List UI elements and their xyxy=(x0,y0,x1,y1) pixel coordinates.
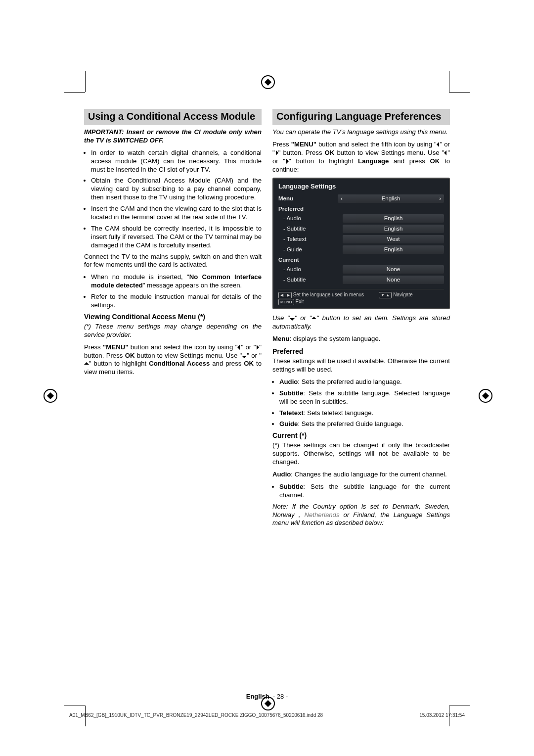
list-item: Guide: Sets the preferred Guide language… xyxy=(279,420,450,428)
cam-steps-list: In order to watch certain digital channe… xyxy=(84,149,262,250)
osd-row-label: - Audio xyxy=(278,215,343,221)
lang-use-arrows: Use "" or "" button to set an item. Sett… xyxy=(272,314,450,331)
registration-mark-right xyxy=(479,389,492,403)
cam-press-instructions: Press "MENU" button and select the icon … xyxy=(84,343,262,377)
osd-row-value: West xyxy=(343,235,444,243)
lang-intro: You can operate the TV's language settin… xyxy=(272,128,450,137)
list-item: In order to watch certain digital channe… xyxy=(91,149,262,174)
list-item: Subtitle: Sets the subtitle language. Se… xyxy=(279,389,450,406)
crop-mark xyxy=(449,71,449,92)
osd-row-label: - Teletext xyxy=(278,236,343,242)
down-arrow-icon xyxy=(290,318,295,321)
osd-foot-left: ◀ I ▶Set the language used in menus MENU… xyxy=(278,291,364,305)
country-note: Note: If the Country option is set to De… xyxy=(272,503,450,528)
registration-mark-top xyxy=(261,75,275,89)
osd-row-label: - Guide xyxy=(278,246,343,252)
list-item: Insert the CAM and then the viewing card… xyxy=(91,205,262,222)
key-nav-icon: ▼ ▲ xyxy=(379,292,392,298)
osd-row-value: English xyxy=(343,214,444,223)
osd-value-menu: ‹ English › xyxy=(338,194,444,203)
osd-row-label: - Audio xyxy=(278,266,343,272)
list-item: Subtitle: Sets the subtitle language for… xyxy=(279,483,450,500)
osd-section-current: Current xyxy=(278,257,444,263)
current-audio: Audio: Changes the audio language for th… xyxy=(272,471,450,479)
cam-important: IMPORTANT: Insert or remove the CI modul… xyxy=(84,128,262,145)
key-arrows-icon: ◀ I ▶ xyxy=(278,292,292,298)
cam-provider-note: (*) These menu settings may change depen… xyxy=(84,323,262,339)
heading-cam: Using a Conditional Access Module xyxy=(84,109,262,125)
column-left: Using a Conditional Access Module IMPORT… xyxy=(84,109,262,531)
list-item: When no module is inserted, "No Common I… xyxy=(91,273,262,290)
subhead-current: Current (*) xyxy=(272,431,450,439)
osd-row-value: English xyxy=(343,245,444,254)
heading-language: Configuring Language Preferences xyxy=(272,109,450,125)
osd-row-label: - Subtitle xyxy=(278,226,343,232)
osd-row-value: None xyxy=(343,276,444,284)
page-footer: English - 28 - xyxy=(0,693,534,700)
cam-notes-list: When no module is inserted, "No Common I… xyxy=(84,273,262,310)
list-item: Refer to the module instruction manual f… xyxy=(91,293,262,310)
osd-foot-right: ▼ ▲Navigate xyxy=(379,291,413,298)
registration-mark-left xyxy=(44,389,57,403)
list-item: The CAM should be correctly inserted, it… xyxy=(91,225,262,250)
print-metadata: A01_MB62_[GB]_1910UK_IDTV_TC_PVR_BRONZE1… xyxy=(69,712,465,718)
subhead-preferred: Preferred xyxy=(272,347,450,355)
osd-row-value: None xyxy=(343,265,444,274)
crop-mark xyxy=(85,71,86,92)
current-note: (*) These settings can be changed if onl… xyxy=(272,441,450,467)
left-arrow-icon xyxy=(444,150,446,155)
subhead-viewing-cam: Viewing Conditional Access Menu (*) xyxy=(84,313,262,321)
meta-filename: A01_MB62_[GB]_1910UK_IDTV_TC_PVR_BRONZE1… xyxy=(69,712,323,718)
up-arrow-icon xyxy=(84,362,89,365)
osd-row-label: - Subtitle xyxy=(278,277,343,283)
crop-mark xyxy=(64,706,85,706)
left-arrow-icon xyxy=(437,142,439,147)
crop-mark xyxy=(64,92,85,93)
current-list: Subtitle: Sets the subtitle language for… xyxy=(272,483,450,500)
up-arrow-icon xyxy=(312,317,316,319)
key-menu-icon: MENU xyxy=(278,299,294,305)
osd-section-preferred: Preferred xyxy=(278,206,444,212)
cam-connect: Connect the TV to the mains supply, swit… xyxy=(84,253,262,270)
column-right: Configuring Language Preferences You can… xyxy=(272,109,450,531)
osd-title: Language Settings xyxy=(278,183,444,190)
list-item: Obtain the Conditional Access Module (CA… xyxy=(91,177,262,202)
page-body: Using a Conditional Access Module IMPORT… xyxy=(84,109,450,531)
down-arrow-icon xyxy=(242,356,247,358)
list-item: Audio: Sets the preferred audio language… xyxy=(279,378,450,386)
meta-datetime: 15.03.2012 17:31:54 xyxy=(419,712,465,718)
list-item: Teletext: Sets teletext language. xyxy=(279,409,450,418)
crop-mark xyxy=(449,706,470,706)
preferred-intro: These settings will be used if available… xyxy=(272,357,450,374)
lang-press-instructions: Press "MENU" button and select the fifth… xyxy=(272,141,450,174)
left-arrow-icon xyxy=(237,345,240,350)
lang-menu-desc: Menu: displays the system language. xyxy=(272,335,450,343)
osd-language-settings: Language Settings Menu ‹ English › Prefe… xyxy=(272,178,450,309)
osd-label-menu: Menu xyxy=(278,195,338,201)
preferred-list: Audio: Sets the preferred audio language… xyxy=(272,378,450,428)
osd-row-value: English xyxy=(343,225,444,233)
crop-mark xyxy=(449,92,470,93)
